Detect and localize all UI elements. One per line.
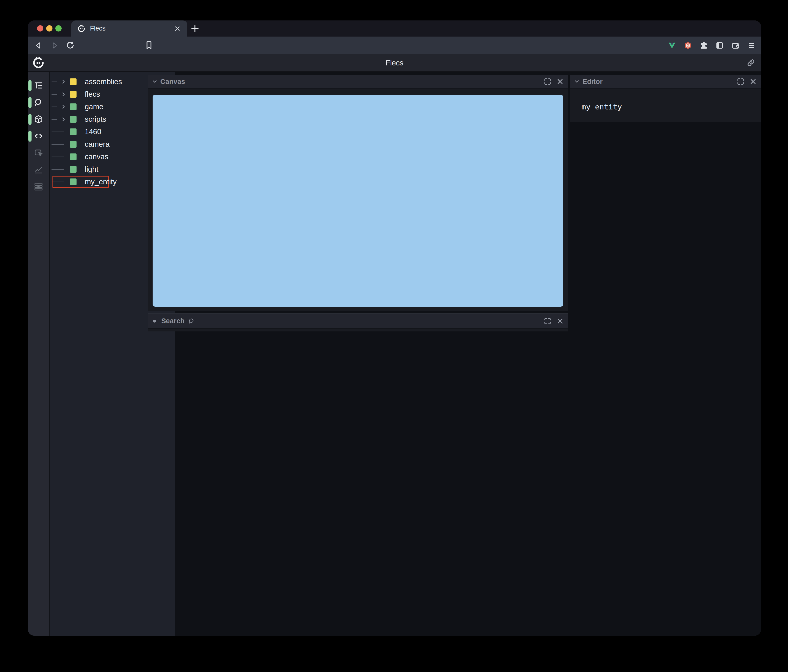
tab-title: Flecs	[90, 25, 174, 32]
tab-bar: Flecs	[28, 21, 761, 36]
editor-panel-header[interactable]: Editor	[570, 75, 761, 89]
zoom-window-button[interactable]	[56, 25, 62, 32]
new-tab-button[interactable]	[190, 23, 200, 34]
entity-swatch	[70, 128, 76, 135]
search-icon	[188, 317, 195, 325]
close-icon[interactable]	[556, 78, 564, 86]
tree-view-icon[interactable]	[34, 81, 43, 90]
tab-close-icon[interactable]	[174, 25, 181, 32]
active-indicator	[29, 80, 32, 91]
entity-cube-icon[interactable]	[34, 114, 43, 124]
module-swatch	[70, 91, 76, 98]
hex-extension-icon[interactable]	[683, 41, 693, 50]
entity-swatch	[70, 154, 76, 160]
fullscreen-icon[interactable]	[543, 78, 552, 86]
fullscreen-icon[interactable]	[543, 317, 552, 325]
canvas-panel: Canvas	[148, 75, 568, 311]
forward-button[interactable]	[49, 41, 59, 50]
window-controls	[37, 25, 62, 32]
wallet-icon[interactable]	[731, 41, 740, 50]
tables-icon[interactable]	[34, 182, 43, 192]
flecs-favicon-icon	[78, 25, 85, 32]
entity-swatch	[70, 116, 76, 123]
close-window-button[interactable]	[37, 25, 43, 32]
editor-panel: Editor my_entity	[570, 75, 761, 122]
statistics-chart-icon[interactable]	[34, 165, 43, 174]
canvas-panel-header[interactable]: Canvas	[148, 75, 568, 89]
menu-icon[interactable]	[747, 41, 756, 50]
activity-bar	[28, 72, 49, 636]
close-icon[interactable]	[749, 78, 757, 86]
browser-toolbar: flecs.dev/explorer/?wasm=https://www.fle…	[28, 36, 761, 54]
query-search-icon[interactable]	[34, 98, 43, 107]
expand-chevron-icon[interactable]	[60, 116, 67, 122]
module-swatch	[70, 78, 76, 85]
panel-title: Editor	[583, 78, 603, 86]
search-panel-header[interactable]: Search	[148, 314, 568, 328]
active-indicator	[29, 131, 32, 142]
back-button[interactable]	[34, 41, 43, 50]
entity-swatch	[70, 166, 76, 173]
sidebar-toggle-icon[interactable]	[715, 41, 724, 50]
panel-title: Canvas	[160, 78, 185, 86]
collapsed-indicator	[153, 320, 156, 323]
active-indicator	[29, 114, 32, 125]
fullscreen-icon[interactable]	[737, 78, 745, 86]
extensions-puzzle-icon[interactable]	[699, 41, 709, 50]
entity-swatch	[70, 179, 76, 185]
collapse-chevron-icon[interactable]	[574, 78, 580, 85]
active-indicator	[29, 97, 32, 108]
inspect-icon[interactable]	[34, 148, 43, 158]
expand-chevron-icon[interactable]	[60, 104, 67, 110]
entity-swatch	[70, 141, 76, 148]
browser-window: Flecs	[28, 21, 761, 636]
expand-chevron-icon[interactable]	[60, 79, 67, 85]
explorer-content: assemblies flecs game scripts 1460	[28, 72, 761, 636]
browser-tab[interactable]: Flecs	[71, 21, 187, 36]
entity-swatch	[70, 103, 76, 110]
search-panel: Search	[148, 314, 568, 331]
link-icon[interactable]	[746, 58, 756, 68]
code-editor-icon[interactable]	[34, 132, 43, 141]
collapse-chevron-icon[interactable]	[152, 78, 158, 85]
desktop: Flecs	[0, 0, 788, 672]
editor-content[interactable]: my_entity	[570, 89, 761, 111]
minimize-window-button[interactable]	[46, 25, 52, 32]
app-header: Flecs	[28, 54, 761, 72]
panel-title: Search	[161, 317, 184, 325]
page-title: Flecs	[28, 54, 761, 72]
bookmark-icon[interactable]	[144, 40, 154, 50]
reload-button[interactable]	[65, 41, 75, 50]
webgl-canvas[interactable]	[153, 95, 563, 307]
vue-devtools-icon[interactable]	[667, 41, 677, 50]
expand-chevron-icon[interactable]	[60, 91, 67, 97]
close-icon[interactable]	[556, 317, 564, 325]
